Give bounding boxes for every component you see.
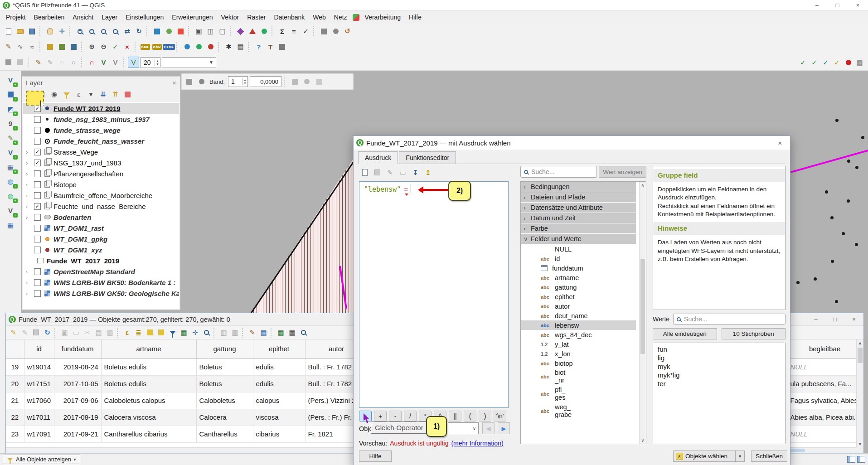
layer-item[interactable]: funde_strasse_wege <box>23 125 179 136</box>
all-unique-button[interactable]: Alle eindeutigen <box>653 328 717 339</box>
field-item[interactable]: funddatum <box>521 263 646 273</box>
table-cell[interactable]: viscosa <box>253 409 305 426</box>
toolbar-icon[interactable]: V <box>128 57 139 68</box>
table-cell[interactable]: 2017-09-21 <box>54 426 101 442</box>
value-item[interactable]: myk*lig <box>653 371 785 379</box>
toolbar-icon[interactable]: × <box>121 41 133 53</box>
function-group[interactable]: ›Dateien und Pfade <box>521 192 636 202</box>
toolbar-icon[interactable]: ▦ <box>178 327 189 338</box>
field-item[interactable]: abcweg_ grabe <box>521 402 646 420</box>
layer-item[interactable]: ›Bodenarten <box>23 212 179 223</box>
table-cell[interactable]: w17011 <box>24 409 54 426</box>
layer-item[interactable]: ›WMS LGRB-BW GK50: Geologische Ka <box>23 288 179 299</box>
toolbar-icon[interactable]: ✓ <box>820 57 831 68</box>
toolbar-icon[interactable]: ✛ <box>56 26 68 37</box>
toolbar-icon[interactable] <box>3 57 14 68</box>
maximize-icon[interactable]: □ <box>825 313 844 325</box>
layer-checkbox[interactable] <box>34 127 41 134</box>
layer-checkbox[interactable] <box>34 116 41 123</box>
toolbar-icon[interactable] <box>122 89 133 100</box>
expression-editor[interactable]: "lebensw"= 2) <box>359 181 509 408</box>
toolbar-icon[interactable]: ✎ <box>247 327 258 338</box>
expand-icon[interactable]: › <box>26 181 32 188</box>
show-value-button[interactable]: Wert anzeigen <box>599 166 646 178</box>
table-cell[interactable]: Fagus sylvatica, Abies... <box>787 392 856 409</box>
toolbar-icon[interactable]: ✎ <box>8 327 19 338</box>
close-icon[interactable]: × <box>848 0 868 10</box>
toolbar-icon[interactable]: ▭ <box>70 327 82 338</box>
menu-datenbank[interactable]: Datenbank <box>270 12 309 23</box>
tab-funktionseditor[interactable]: Funktionseditor <box>399 151 456 164</box>
menu-vektor[interactable]: Vektor <box>217 12 243 23</box>
layer-item[interactable]: ›OpenStreetMap Standard <box>23 266 179 277</box>
toolbar-icon[interactable]: ≣ <box>133 327 144 338</box>
toolbar-icon[interactable]: V <box>98 57 109 68</box>
toolbar-icon[interactable]: ▥ <box>229 327 241 338</box>
function-group[interactable]: ›Datum und Zeit <box>521 213 636 223</box>
digitize-combo[interactable]: ▼ <box>162 57 216 68</box>
toolbar-icon[interactable]: ▥ <box>104 327 116 338</box>
toolbar-icon[interactable]: V <box>5 205 16 216</box>
toolbar-icon[interactable] <box>330 26 341 37</box>
toolbar-icon[interactable]: ✎ <box>3 41 14 53</box>
layer-checkbox[interactable]: ✓ <box>34 160 41 166</box>
field-item[interactable]: NULL <box>521 244 646 254</box>
previous-feature-button[interactable]: ◀ <box>482 422 495 434</box>
column-header[interactable]: begleitbae <box>787 339 856 358</box>
toolbar-icon[interactable]: KMZ <box>151 41 163 53</box>
toolbar-icon[interactable]: ε <box>73 89 84 100</box>
close-icon[interactable]: × <box>770 136 790 150</box>
spin-arrows-icon[interactable]: ▲▼ <box>155 59 160 66</box>
close-button[interactable]: Schließen <box>751 450 787 462</box>
toolbar-icon[interactable]: V <box>110 57 121 68</box>
table-cell[interactable]: Caloboletus calopus <box>101 392 196 409</box>
toolbar-icon[interactable]: ▥ <box>218 327 229 338</box>
layer-checkbox[interactable] <box>34 236 41 242</box>
toolbar-icon[interactable]: ⇈ <box>110 89 121 100</box>
function-group[interactable]: ›Datensätze und Attribute <box>521 203 636 213</box>
field-item[interactable]: abcpfl_ ges <box>521 385 646 402</box>
toolbar-icon[interactable]: 9 <box>5 118 16 129</box>
toolbar-icon[interactable]: ≈ <box>26 41 38 53</box>
toolbar-icon[interactable] <box>289 76 301 87</box>
toolbar-icon[interactable] <box>44 26 56 37</box>
toolbar-icon[interactable]: ▣ <box>59 327 70 338</box>
field-item[interactable]: abcautor <box>521 301 646 311</box>
scale-spinbox[interactable]: 20 ▲▼ <box>141 57 160 68</box>
expand-icon[interactable]: › <box>26 149 32 155</box>
panel-close-icon[interactable]: × <box>172 79 176 87</box>
function-group[interactable]: ∨Felder und Werte <box>521 234 636 244</box>
table-cell[interactable]: 2017-08-19 <box>54 409 101 426</box>
toolbar-icon[interactable]: V <box>5 74 16 86</box>
operator-button[interactable]: + <box>374 411 387 421</box>
field-item[interactable]: abcartname <box>521 273 646 282</box>
tab-ausdruck[interactable]: Ausdruck <box>358 151 398 164</box>
toolbar-icon[interactable]: ▦ <box>258 327 269 338</box>
table-cell[interactable]: Cantharellus cibarius <box>101 426 196 442</box>
layer-item[interactable]: WT_DGM1_gpkg <box>23 233 179 244</box>
menu-ansicht[interactable]: Ansicht <box>68 12 97 23</box>
band-spinbox[interactable]: 1 ▲▼ <box>228 76 248 87</box>
layer-item[interactable]: ›✓Strasse_Wege <box>23 146 179 157</box>
layer-checkbox[interactable] <box>34 279 41 286</box>
table-cell[interactable]: 2017-10-05 <box>54 375 101 392</box>
layer-checkbox[interactable]: ✓ <box>34 105 41 112</box>
toolbar-icon[interactable]: ⊕ <box>86 41 97 53</box>
toolbar-icon[interactable]: ✎ <box>44 57 56 68</box>
layer-checkbox[interactable] <box>34 268 41 275</box>
values-list[interactable]: funligmykmyk*ligter <box>653 343 786 444</box>
select-features-button[interactable]: ε Objekte wählen ▼ <box>673 450 745 462</box>
toolbar-icon[interactable]: + <box>74 26 86 37</box>
toolbar-icon[interactable]: ▭ <box>397 167 408 178</box>
next-feature-button[interactable]: ▶ <box>498 422 510 434</box>
table-cell[interactable]: w17091 <box>24 426 54 442</box>
sample-button[interactable]: 10 Stichproben <box>722 328 786 339</box>
toolbar-icon[interactable] <box>110 26 121 37</box>
toolbar-icon[interactable]: Σ <box>276 26 288 37</box>
toolbar-icon[interactable] <box>181 41 193 53</box>
column-header[interactable]: funddatum <box>54 339 101 358</box>
toolbar-icon[interactable]: ≡ <box>288 26 300 37</box>
maximize-icon[interactable]: □ <box>827 0 848 10</box>
function-group[interactable]: ›Bedingungen <box>521 182 636 192</box>
more-information-link[interactable]: (mehr Information) <box>451 440 503 447</box>
